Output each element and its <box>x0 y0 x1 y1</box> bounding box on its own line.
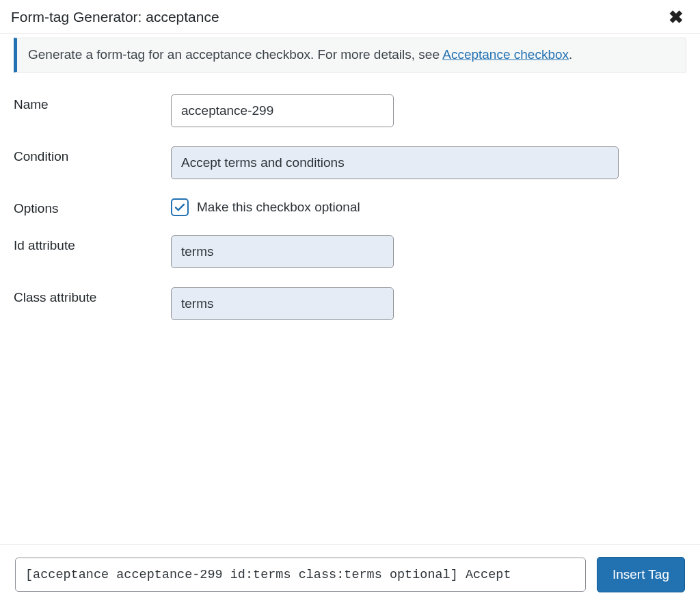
row-class-attribute: Class attribute <box>14 278 686 330</box>
label-condition: Condition <box>14 137 171 189</box>
acceptance-checkbox-link[interactable]: Acceptance checkbox <box>442 47 569 62</box>
label-id-attribute: Id attribute <box>14 226 171 278</box>
row-id-attribute: Id attribute <box>14 226 686 278</box>
optional-checkbox[interactable] <box>171 198 189 216</box>
form-tag-generator-dialog: Form-tag Generator: acceptance ✖ Generat… <box>0 0 700 602</box>
dialog-body: Generate a form-tag for an acceptance ch… <box>0 34 700 544</box>
dialog-footer: Insert Tag <box>0 544 700 602</box>
dialog-header: Form-tag Generator: acceptance ✖ <box>0 0 700 34</box>
insert-tag-button[interactable]: Insert Tag <box>597 557 685 592</box>
row-name: Name <box>14 85 686 137</box>
row-condition: Condition <box>14 137 686 189</box>
label-class-attribute: Class attribute <box>14 278 171 330</box>
id-attribute-input[interactable] <box>171 235 394 268</box>
class-attribute-input[interactable] <box>171 287 394 320</box>
notice-text: Generate a form-tag for an acceptance ch… <box>28 47 442 62</box>
notice-suffix: . <box>569 47 572 62</box>
label-options: Options <box>14 189 171 226</box>
condition-input[interactable] <box>171 146 619 179</box>
optional-checkbox-label: Make this checkbox optional <box>197 200 360 215</box>
info-notice: Generate a form-tag for an acceptance ch… <box>14 38 686 73</box>
name-input[interactable] <box>171 94 394 127</box>
row-options: Options Make this checkbox optional <box>14 189 686 226</box>
dialog-title: Form-tag Generator: acceptance <box>11 9 219 25</box>
check-icon <box>174 201 186 213</box>
generated-tag-output[interactable] <box>15 558 586 592</box>
close-icon[interactable]: ✖ <box>666 8 686 26</box>
label-name: Name <box>14 85 171 137</box>
form-fields-table: Name Condition Options Ma <box>14 85 686 330</box>
